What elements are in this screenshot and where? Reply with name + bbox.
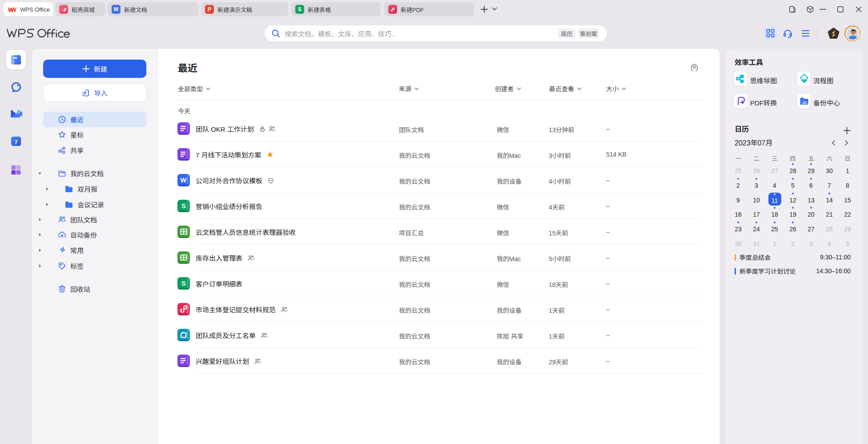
svg-text:S: S bbox=[181, 280, 186, 287]
svg-text:W: W bbox=[181, 177, 187, 184]
svg-text:7: 7 bbox=[14, 139, 17, 145]
svg-text:S: S bbox=[181, 202, 186, 210]
